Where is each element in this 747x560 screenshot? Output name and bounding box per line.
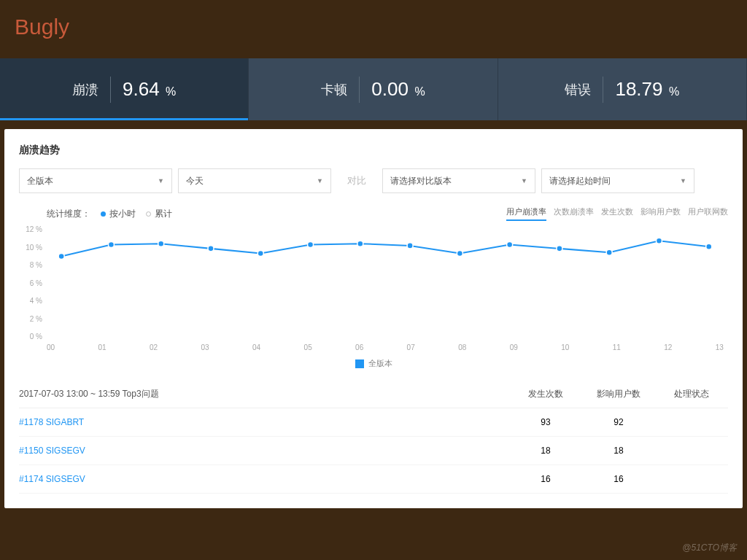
filter-row: 全版本 ▼ 今天 ▼ 对比 请选择对比版本 ▼ 请选择起始时间 ▼ (19, 168, 728, 193)
section-title: 崩溃趋势 (19, 144, 728, 157)
stat-lag[interactable]: 卡顿 0.00 % (249, 58, 498, 120)
col-status: 处理状态 (655, 388, 728, 400)
table-header: 2017-07-03 13:00 ~ 13:59 Top3问题 发生次数 影响用… (19, 381, 728, 408)
cell-users: 18 (582, 446, 655, 456)
svg-point-0 (58, 253, 64, 259)
table-row[interactable]: #1178 SIGABRT 93 92 (19, 408, 728, 437)
date-dropdown[interactable]: 今天 ▼ (178, 168, 331, 193)
stat-crash[interactable]: 崩溃 9.64 % (0, 58, 249, 120)
stat-value-wrap: 18.79 % (615, 78, 679, 101)
compare-label: 对比 (337, 174, 376, 187)
dimension-by-hour[interactable]: 按小时 (101, 208, 136, 220)
cell-users: 92 (582, 417, 655, 427)
divider (603, 77, 603, 103)
dropdown-value: 请选择起始时间 (549, 175, 611, 187)
svg-point-2 (158, 241, 164, 246)
chart: 12 %10 %8 %6 %4 %2 %0 % 0001020304050607… (19, 225, 728, 357)
chart-plot (47, 225, 724, 341)
bullet-icon (146, 211, 151, 217)
metric-tabs: 用户崩溃率 次数崩溃率 发生次数 影响用户数 用户联网数 (506, 206, 728, 221)
stat-error[interactable]: 错误 18.79 % (498, 58, 747, 120)
dimension-label: 统计维度： (47, 208, 90, 220)
svg-point-12 (656, 238, 662, 244)
stat-value: 9.64 (123, 78, 160, 100)
metric-tab-count-crash-rate[interactable]: 次数崩溃率 (554, 206, 594, 221)
issues-table: 2017-07-03 13:00 ~ 13:59 Top3问题 发生次数 影响用… (19, 381, 728, 494)
compare-version-dropdown[interactable]: 请选择对比版本 ▼ (382, 168, 535, 193)
cell-status (655, 417, 728, 427)
svg-point-4 (258, 250, 263, 256)
svg-point-1 (108, 242, 114, 248)
dropdown-value: 今天 (186, 175, 204, 187)
chevron-down-icon: ▼ (317, 177, 323, 184)
svg-point-8 (457, 250, 462, 256)
chevron-down-icon: ▼ (158, 177, 164, 184)
metric-tab-user-crash-rate[interactable]: 用户崩溃率 (506, 206, 546, 221)
stat-value-wrap: 9.64 % (123, 78, 176, 101)
svg-point-13 (706, 244, 712, 249)
main-card: 崩溃趋势 全版本 ▼ 今天 ▼ 对比 请选择对比版本 ▼ 请选择起始时间 ▼ 统… (4, 129, 743, 508)
svg-point-3 (208, 246, 214, 252)
cell-users: 16 (582, 474, 655, 484)
page-header: Bugly (0, 0, 747, 58)
divider (359, 77, 360, 103)
issue-link[interactable]: #1174 SIGSEGV (19, 474, 509, 484)
cell-count: 93 (509, 417, 582, 427)
svg-point-7 (407, 243, 413, 249)
svg-point-11 (606, 249, 612, 255)
stat-label: 错误 (565, 81, 591, 98)
bullet-icon (101, 211, 106, 217)
chart-legend: 全版本 (19, 358, 728, 369)
metric-tab-online-users[interactable]: 用户联网数 (688, 206, 728, 221)
stat-value: 18.79 (615, 78, 662, 100)
col-count: 发生次数 (509, 388, 582, 400)
legend-chip-icon (355, 359, 364, 368)
dimension-cumulative[interactable]: 累计 (146, 208, 172, 220)
metric-tab-affected-users[interactable]: 影响用户数 (640, 206, 681, 221)
divider (110, 77, 111, 103)
metric-tab-occurrences[interactable]: 发生次数 (601, 206, 633, 221)
compare-start-dropdown[interactable]: 请选择起始时间 ▼ (541, 168, 694, 193)
stat-unit: % (669, 85, 679, 98)
svg-point-6 (357, 241, 363, 246)
table-row[interactable]: #1150 SIGSEGV 18 18 (19, 437, 728, 465)
chart-controls: 统计维度： 按小时 累计 用户崩溃率 次数崩溃率 发生次数 影响用户数 用户联网… (19, 206, 728, 221)
stats-bar: 崩溃 9.64 % 卡顿 0.00 % 错误 18.79 % (0, 58, 747, 120)
watermark: @51CTO博客 (682, 542, 737, 554)
cell-count: 16 (509, 474, 582, 484)
x-axis: 0001020304050607080910111213 (47, 343, 724, 357)
svg-point-9 (507, 242, 513, 248)
issue-link[interactable]: #1178 SIGABRT (19, 417, 509, 427)
stat-label: 卡顿 (321, 81, 347, 98)
col-issue: 2017-07-03 13:00 ~ 13:59 Top3问题 (19, 388, 509, 400)
dimension-legend: 统计维度： 按小时 累计 (19, 208, 172, 220)
svg-point-10 (557, 246, 562, 252)
stat-label: 崩溃 (72, 81, 98, 98)
stat-value-wrap: 0.00 % (371, 78, 425, 101)
table-row[interactable]: #1174 SIGSEGV 16 16 (19, 465, 728, 494)
col-users: 影响用户数 (582, 388, 655, 400)
chevron-down-icon: ▼ (680, 177, 686, 184)
stat-unit: % (166, 85, 176, 98)
cell-count: 18 (509, 446, 582, 456)
legend-label: 全版本 (368, 359, 392, 368)
stat-unit: % (414, 85, 425, 98)
chevron-down-icon: ▼ (521, 177, 527, 184)
dropdown-value: 全版本 (27, 175, 53, 187)
cell-status (655, 474, 728, 484)
dropdown-value: 请选择对比版本 (390, 175, 452, 187)
y-axis: 12 %10 %8 %6 %4 %2 %0 % (19, 225, 47, 341)
stat-value: 0.00 (371, 78, 409, 100)
cell-status (655, 446, 728, 456)
page-title: Bugly (15, 15, 732, 39)
svg-point-5 (308, 242, 314, 248)
version-dropdown[interactable]: 全版本 ▼ (19, 168, 172, 193)
issue-link[interactable]: #1150 SIGSEGV (19, 446, 509, 456)
